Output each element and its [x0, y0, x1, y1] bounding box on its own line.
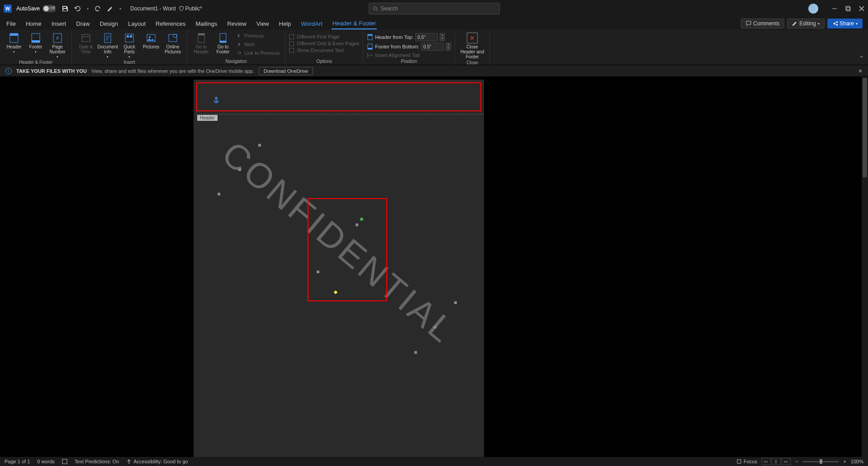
- web-layout-button[interactable]: ▭: [782, 458, 791, 465]
- header-button[interactable]: Header▾: [4, 32, 24, 55]
- pictures-button[interactable]: Pictures: [141, 32, 161, 50]
- tab-header-footer[interactable]: Header & Footer: [332, 18, 377, 29]
- document-canvas[interactable]: Header CONFIDENTIAL: [0, 77, 868, 457]
- shield-icon: [179, 6, 184, 11]
- title-bar: W AutoSave Off ▾ ▾ Document1 - Word Publ…: [0, 0, 868, 17]
- text-predictions-status[interactable]: Text Predictions: On: [75, 459, 119, 464]
- editing-button[interactable]: Editing▾: [787, 19, 825, 29]
- tab-layout[interactable]: Layout: [127, 19, 147, 29]
- svg-point-28: [128, 460, 130, 461]
- save-icon[interactable]: [62, 5, 69, 12]
- goto-footer-button[interactable]: Go to Footer: [213, 32, 233, 55]
- message-text: View, share and edit files wherever you …: [91, 68, 254, 74]
- footer-from-bottom-row: Footer from Bottom: ▲▼: [367, 42, 451, 51]
- print-layout-button[interactable]: ▯: [772, 458, 781, 465]
- different-odd-even-checkbox[interactable]: Different Odd & Even Pages: [289, 40, 359, 47]
- vertical-scrollbar[interactable]: [862, 77, 868, 457]
- read-mode-button[interactable]: ▭: [762, 458, 771, 465]
- quick-parts-button[interactable]: Quick Parts▾: [119, 32, 140, 60]
- header-top-spinner[interactable]: ▲▼: [440, 33, 445, 41]
- header-top-input[interactable]: [415, 33, 438, 41]
- redo-icon[interactable]: [94, 5, 101, 12]
- tab-review[interactable]: Review: [226, 19, 247, 29]
- tab-design[interactable]: Design: [99, 19, 119, 29]
- undo-dropdown[interactable]: ▾: [87, 7, 89, 11]
- page[interactable]: Header CONFIDENTIAL: [194, 80, 484, 457]
- tab-draw[interactable]: Draw: [75, 19, 90, 29]
- comment-icon: [746, 21, 751, 26]
- tab-help[interactable]: Help: [278, 19, 292, 29]
- download-onedrive-button[interactable]: Download OneDrive: [259, 67, 313, 75]
- date-time-button: Date & Time: [76, 32, 96, 55]
- message-close-icon[interactable]: ✕: [858, 68, 863, 74]
- search-icon: [373, 6, 378, 11]
- share-button[interactable]: Share▾: [827, 19, 863, 29]
- accessibility-icon: [126, 459, 132, 464]
- selection-handle[interactable]: [218, 193, 220, 195]
- footer-position-icon: [367, 43, 373, 50]
- spellcheck-icon[interactable]: [62, 459, 67, 464]
- header-boundary: [196, 114, 484, 114]
- user-avatar[interactable]: [808, 4, 818, 14]
- tab-wordart[interactable]: WordArt: [300, 19, 323, 29]
- info-icon: i: [5, 68, 12, 74]
- online-pictures-button[interactable]: Online Pictures: [162, 32, 183, 55]
- tab-insert[interactable]: Insert: [51, 19, 67, 29]
- quick-styles-icon[interactable]: [107, 5, 114, 12]
- sensitivity-label[interactable]: Public*: [179, 5, 202, 12]
- svg-rect-6: [32, 40, 40, 43]
- page-status[interactable]: Page 1 of 1: [5, 459, 30, 464]
- qat-dropdown[interactable]: ▾: [119, 7, 121, 11]
- focus-icon: [736, 459, 742, 464]
- tab-references[interactable]: References: [155, 19, 186, 29]
- search-input[interactable]: Search: [369, 3, 500, 14]
- word-count[interactable]: 0 words: [37, 459, 55, 464]
- zoom-level[interactable]: 100%: [851, 459, 863, 464]
- maximize-icon[interactable]: [845, 6, 851, 11]
- svg-rect-29: [737, 460, 741, 463]
- close-icon[interactable]: [859, 6, 864, 11]
- autosave-toggle[interactable]: AutoSave Off: [16, 5, 56, 12]
- ribbon: Header▾ Footer▾ #Page Number▾ Header & F…: [0, 30, 868, 65]
- tab-view[interactable]: View: [256, 19, 270, 29]
- scroll-thumb[interactable]: [863, 78, 867, 177]
- group-close: Close: [459, 60, 486, 66]
- svg-rect-9: [82, 34, 90, 42]
- word-app-icon: W: [4, 5, 12, 13]
- footer-button[interactable]: Footer▾: [25, 32, 46, 55]
- close-header-footer-button[interactable]: ✕ Close Header and Footer: [459, 32, 486, 60]
- footer-bottom-input[interactable]: [421, 43, 444, 51]
- collapse-ribbon-icon[interactable]: ⌃: [859, 54, 864, 63]
- document-info-button[interactable]: Document Info▾: [97, 32, 118, 60]
- selection-handle[interactable]: [258, 144, 261, 147]
- svg-rect-1: [846, 6, 849, 10]
- selection-handle[interactable]: [414, 351, 417, 354]
- undo-icon[interactable]: [74, 5, 81, 12]
- autosave-switch[interactable]: Off: [43, 5, 56, 12]
- share-icon: [832, 21, 838, 26]
- svg-rect-27: [62, 459, 67, 464]
- selection-handle[interactable]: [238, 168, 241, 171]
- minimize-icon[interactable]: [832, 6, 837, 11]
- zoom-in-button[interactable]: +: [843, 459, 846, 464]
- show-document-text-checkbox[interactable]: Show Document Text: [289, 47, 359, 53]
- accessibility-status[interactable]: Accessibility: Good to go: [126, 459, 188, 464]
- tab-mailings[interactable]: Mailings: [195, 19, 218, 29]
- different-first-page-checkbox[interactable]: Different First Page: [289, 33, 359, 40]
- selection-handle[interactable]: [434, 326, 436, 328]
- tab-file[interactable]: File: [5, 19, 17, 29]
- zoom-out-button[interactable]: −: [795, 459, 798, 464]
- group-options: Options: [289, 59, 359, 65]
- selection-handle[interactable]: [454, 301, 457, 304]
- tab-home[interactable]: Home: [25, 19, 43, 29]
- comments-button[interactable]: Comments: [741, 19, 784, 29]
- focus-mode-button[interactable]: Focus: [736, 459, 757, 464]
- zoom-slider[interactable]: [802, 461, 839, 462]
- group-header-footer: Header & Footer: [4, 60, 68, 66]
- header-edit-area[interactable]: [196, 82, 481, 111]
- autosave-label: AutoSave: [16, 5, 40, 12]
- footer-bottom-spinner[interactable]: ▲▼: [446, 43, 451, 51]
- next-button: Next: [234, 40, 281, 48]
- page-number-button[interactable]: #Page Number▾: [47, 32, 68, 60]
- svg-rect-11: [125, 34, 133, 42]
